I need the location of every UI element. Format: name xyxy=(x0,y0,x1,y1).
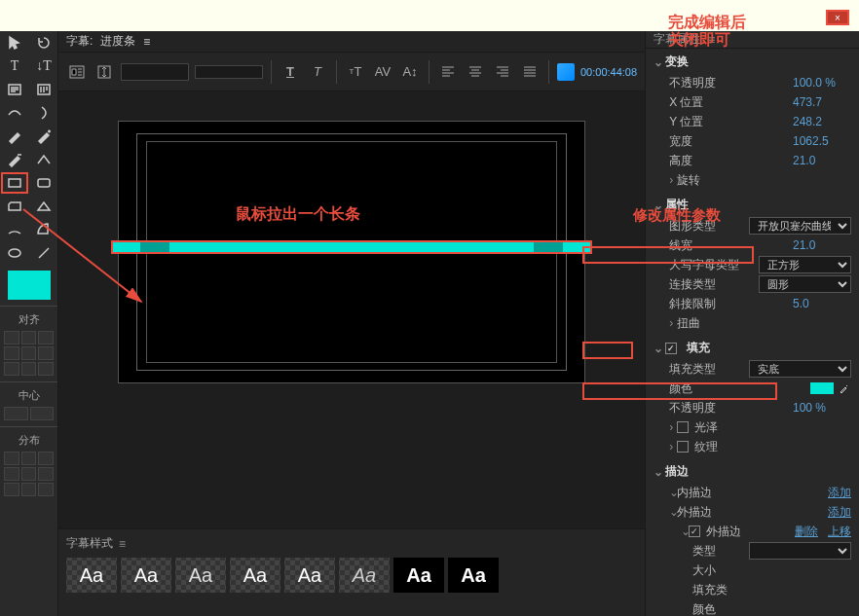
line-tool[interactable] xyxy=(30,242,57,264)
align-btn[interactable] xyxy=(38,331,54,344)
convert-anchor-tool[interactable] xyxy=(30,149,57,170)
align-btn[interactable] xyxy=(38,346,54,360)
dist-btn[interactable] xyxy=(38,483,54,496)
style-thumb[interactable]: Aa xyxy=(175,558,226,593)
join-select[interactable]: 圆形 xyxy=(759,275,851,293)
fill-color-swatch[interactable] xyxy=(8,271,51,300)
selection-tool[interactable] xyxy=(1,32,28,54)
vertical-text-tool[interactable]: ↓T xyxy=(30,55,57,77)
style-thumb[interactable]: Aa xyxy=(448,558,499,593)
x-value[interactable]: 473.7 xyxy=(793,95,851,109)
bold-icon[interactable]: T xyxy=(280,62,301,82)
fillcolor-label: 颜色 xyxy=(669,380,810,397)
y-value[interactable]: 248.2 xyxy=(793,115,851,128)
progress-bar-shape[interactable] xyxy=(111,240,592,254)
height-value[interactable]: 21.0 xyxy=(793,154,851,167)
close-button[interactable]: × xyxy=(826,10,849,25)
dist-btn[interactable] xyxy=(4,452,19,465)
align-center-icon[interactable] xyxy=(465,62,486,82)
panel-menu-icon[interactable]: ≡ xyxy=(143,35,150,49)
eyedropper-icon[interactable] xyxy=(838,381,851,395)
dist-btn[interactable] xyxy=(21,467,37,481)
quarter-tool[interactable] xyxy=(30,219,57,240)
canvas-area[interactable]: 鼠标拉出一个长条 xyxy=(58,91,645,528)
timecode-icon[interactable] xyxy=(557,63,575,81)
opacity-value[interactable]: 100.0 % xyxy=(793,76,851,90)
title-canvas[interactable]: 鼠标拉出一个长条 xyxy=(118,121,585,383)
style-thumb[interactable]: Aa xyxy=(284,558,335,593)
align-btn[interactable] xyxy=(38,362,54,376)
area-text-tool[interactable] xyxy=(1,79,28,100)
ellipse-tool[interactable] xyxy=(1,242,28,264)
align-btn[interactable] xyxy=(4,362,19,376)
texture-checkbox[interactable] xyxy=(677,441,689,453)
roll-icon[interactable] xyxy=(93,62,115,82)
lwidth-value[interactable]: 21.0 xyxy=(793,238,851,252)
outer-add-link[interactable]: 添加 xyxy=(828,504,851,521)
dist-btn[interactable] xyxy=(21,452,37,465)
align-left-icon[interactable] xyxy=(437,62,459,82)
rotate-tool[interactable] xyxy=(30,32,57,54)
align-right-icon[interactable] xyxy=(492,62,513,82)
kerning-icon[interactable]: AV xyxy=(372,62,393,82)
tab-icon[interactable] xyxy=(519,62,541,82)
style-thumb[interactable]: Aa xyxy=(66,558,117,593)
delete-anchor-tool[interactable] xyxy=(1,149,28,170)
outer-item-checkbox[interactable]: ✓ xyxy=(689,525,700,537)
text-tool[interactable]: T xyxy=(1,55,28,77)
dist-btn[interactable] xyxy=(38,467,54,481)
size-icon[interactable]: TT xyxy=(345,62,366,82)
template-icon[interactable] xyxy=(66,62,88,82)
wedge-tool[interactable] xyxy=(30,196,57,217)
gtype-select[interactable]: 开放贝塞尔曲线 xyxy=(749,217,851,235)
dist-btn[interactable] xyxy=(4,483,19,496)
width-value[interactable]: 1062.5 xyxy=(793,134,851,148)
leading-icon[interactable]: A↕ xyxy=(399,62,421,82)
caps-select[interactable]: 正方形 xyxy=(759,256,851,273)
font-style-select[interactable] xyxy=(195,65,263,79)
styles-menu-icon[interactable]: ≡ xyxy=(119,537,126,551)
align-btn[interactable] xyxy=(21,331,37,344)
rounded-rect-tool[interactable] xyxy=(30,172,57,194)
stroke-type-select[interactable] xyxy=(749,542,851,560)
italic-icon[interactable]: T xyxy=(307,62,328,82)
stroke-moveup-link[interactable]: 上移 xyxy=(828,524,851,540)
add-anchor-tool[interactable] xyxy=(30,126,57,147)
center-section-title: 中心 xyxy=(0,388,57,403)
font-family-select[interactable] xyxy=(121,63,189,81)
align-btn[interactable] xyxy=(4,346,19,360)
fill-checkbox[interactable]: ✓ xyxy=(665,343,677,354)
rectangle-tool[interactable] xyxy=(1,172,28,194)
align-btn[interactable] xyxy=(4,331,19,344)
clipped-rect-tool[interactable] xyxy=(1,196,28,217)
center-btn[interactable] xyxy=(4,407,28,420)
rotation-label[interactable]: 旋转 xyxy=(677,172,851,189)
style-thumb[interactable]: Aa xyxy=(393,558,444,593)
path-text-tool[interactable] xyxy=(1,102,28,124)
style-thumb[interactable]: Aa xyxy=(121,558,171,593)
style-thumb[interactable]: Aa xyxy=(230,558,280,593)
align-btn[interactable] xyxy=(21,362,37,376)
vertical-area-text-tool[interactable] xyxy=(30,79,57,100)
dist-btn[interactable] xyxy=(38,452,54,465)
stroke-section[interactable]: ⌄描边 xyxy=(646,460,859,483)
fill-color-chip[interactable] xyxy=(810,382,834,394)
center-btn[interactable] xyxy=(30,407,55,420)
pen-tool[interactable] xyxy=(1,126,28,147)
dist-btn[interactable] xyxy=(4,467,19,481)
distort-label[interactable]: 扭曲 xyxy=(677,315,851,332)
gloss-checkbox[interactable] xyxy=(677,421,689,433)
transform-section[interactable]: ⌄变换 xyxy=(646,51,859,73)
stroke-delete-link[interactable]: 删除 xyxy=(795,524,818,540)
inner-add-link[interactable]: 添加 xyxy=(828,485,851,501)
properties-panel: 字幕属性 ≡ ⌄变换 不透明度100.0 % X 位置473.7 Y 位置248… xyxy=(645,31,859,616)
style-thumb[interactable]: Aa xyxy=(339,558,390,593)
vertical-path-text-tool[interactable] xyxy=(30,102,57,124)
align-btn[interactable] xyxy=(21,346,37,360)
filltype-select[interactable]: 实底 xyxy=(749,360,851,378)
miter-value[interactable]: 5.0 xyxy=(793,297,851,310)
dist-btn[interactable] xyxy=(21,483,37,496)
fill-section[interactable]: ⌄✓填充 xyxy=(646,337,859,359)
fillopacity-value[interactable]: 100 % xyxy=(793,401,851,415)
arc-tool[interactable] xyxy=(1,219,28,240)
